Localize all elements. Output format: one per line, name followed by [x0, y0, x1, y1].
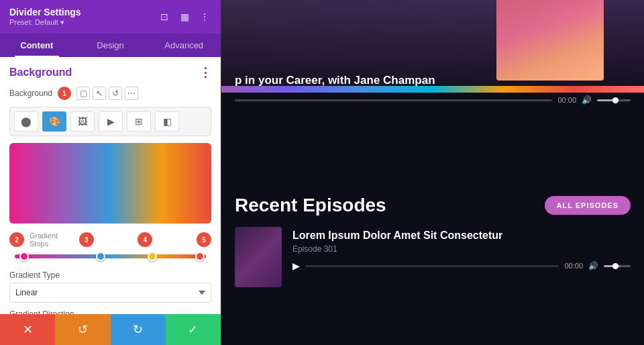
- gradient-direction-label: Gradient Direction: [9, 309, 211, 314]
- gradient-stops-labels: 2 Gradient Stops 3 4 5: [9, 232, 211, 248]
- background-label: Background: [9, 66, 72, 79]
- stops-label-text: Gradient Stops: [30, 232, 74, 248]
- left-panel: Divider Settings Preset: Default ▾ ⊡ ▦ ⋮…: [0, 0, 221, 345]
- episode-title: p in your Career, with Jane Champan: [235, 74, 631, 87]
- redo-button[interactable]: ↻: [111, 314, 166, 345]
- background-row: Background 1 ▢ ↖ ↺ ⋯: [9, 87, 211, 100]
- stop-handle-2[interactable]: [96, 252, 105, 261]
- section-options[interactable]: ⋮: [199, 65, 211, 80]
- gradient-type-label: Gradient Type: [9, 270, 211, 280]
- stop-handle-1[interactable]: [19, 252, 29, 261]
- stop-handle-3[interactable]: [148, 252, 157, 261]
- cancel-button[interactable]: ✕: [0, 314, 55, 345]
- stops-track: [15, 254, 206, 258]
- badge-1[interactable]: 1: [58, 87, 71, 100]
- audio-time: 00:00: [557, 96, 576, 104]
- volume-bar[interactable]: [597, 99, 631, 101]
- badge-5[interactable]: 5: [197, 232, 211, 247]
- ep-volume-icon: 🔊: [588, 261, 598, 270]
- panel-header-icons: ⊡ ▦ ⋮: [158, 10, 211, 23]
- tab-content[interactable]: Content: [0, 34, 74, 57]
- layout-icon[interactable]: ▦: [178, 10, 191, 23]
- episode-card: Lorem Ipsum Dolor Amet Sit Consectetur E…: [235, 227, 631, 287]
- panel-header: Divider Settings Preset: Default ▾ ⊡ ▦ ⋮: [0, 0, 221, 34]
- badge-4[interactable]: 4: [138, 232, 152, 247]
- gradient-preview[interactable]: [9, 143, 211, 224]
- all-episodes-button[interactable]: ALL EPISODES: [545, 196, 631, 215]
- video-type-btn[interactable]: ▶: [99, 111, 123, 132]
- background-section-title: Background ⋮: [9, 65, 211, 80]
- gradient-stops-row: [9, 249, 211, 264]
- pattern-type-btn[interactable]: ⊞: [127, 111, 151, 132]
- color-type-btn[interactable]: ⬤: [14, 111, 38, 132]
- settings-icon[interactable]: ⊡: [158, 10, 171, 23]
- ep-volume-knob[interactable]: [612, 263, 619, 269]
- episode-area: p in your Career, with Jane Champan 00:0…: [221, 67, 644, 111]
- bg-icon-row: ▢ ↖ ↺ ⋯: [76, 87, 138, 100]
- type-icons-row: ⬤ 🎨 🖼 ▶ ⊞ ◧: [9, 107, 211, 136]
- right-content: p in your Career, with Jane Champan 00:0…: [221, 0, 644, 345]
- episode-thumbnail: [235, 227, 282, 287]
- panel-footer: ✕ ↺ ↻ ✓: [0, 314, 221, 345]
- image-type-btn[interactable]: 🖼: [70, 111, 95, 132]
- play-button[interactable]: ▶: [292, 260, 300, 271]
- episode-name: Lorem Ipsum Dolor Amet Sit Consectetur: [292, 230, 631, 242]
- gradient-type-select[interactable]: Linear Radial Conic: [9, 283, 211, 303]
- recent-section: Recent Episodes ALL EPISODES Lorem Ipsum…: [221, 181, 644, 287]
- episode-info: Lorem Ipsum Dolor Amet Sit Consectetur E…: [292, 227, 631, 271]
- cursor-icon[interactable]: ↖: [93, 87, 106, 100]
- episode-number: Episode 301: [292, 244, 631, 254]
- audio-progress-bar[interactable]: [235, 99, 552, 101]
- tab-advanced[interactable]: Advanced: [147, 34, 221, 57]
- more-icon[interactable]: ⋮: [198, 10, 211, 23]
- badge-2[interactable]: 2: [9, 232, 24, 247]
- audio-player: 00:00 🔊: [235, 95, 631, 105]
- episode-time: 00:00: [564, 262, 583, 270]
- episode-progress[interactable]: [305, 265, 559, 267]
- refresh-icon[interactable]: ↺: [109, 87, 122, 100]
- recent-title: Recent Episodes: [235, 195, 386, 216]
- tab-bar: Content Design Advanced: [0, 34, 221, 57]
- volume-icon: 🔊: [582, 95, 592, 105]
- episode-player: ▶ 00:00 🔊: [292, 260, 631, 271]
- tab-design[interactable]: Design: [74, 34, 148, 57]
- reset-button[interactable]: ↺: [55, 314, 110, 345]
- square-icon[interactable]: ▢: [76, 87, 90, 100]
- panel-title: Divider Settings: [9, 7, 81, 17]
- recent-header: Recent Episodes ALL EPISODES: [235, 195, 631, 216]
- panel-title-area: Divider Settings Preset: Default ▾: [9, 7, 81, 27]
- stop-handle-4[interactable]: [195, 252, 205, 261]
- gradient-type-btn[interactable]: 🎨: [42, 111, 66, 132]
- panel-content: Background ⋮ Background 1 ▢ ↖ ↺ ⋯ ⬤ 🎨 🖼 …: [0, 57, 221, 314]
- badge-3[interactable]: 3: [79, 232, 94, 247]
- ep-volume-bar[interactable]: [604, 265, 631, 267]
- volume-knob[interactable]: [612, 97, 619, 103]
- bg-field-label: Background: [9, 89, 52, 98]
- gradient-stops-slider[interactable]: [15, 249, 206, 264]
- mask-type-btn[interactable]: ◧: [155, 111, 179, 132]
- more-options-icon[interactable]: ⋯: [125, 87, 138, 100]
- confirm-button[interactable]: ✓: [166, 314, 221, 345]
- panel-subtitle: Preset: Default ▾: [9, 18, 81, 27]
